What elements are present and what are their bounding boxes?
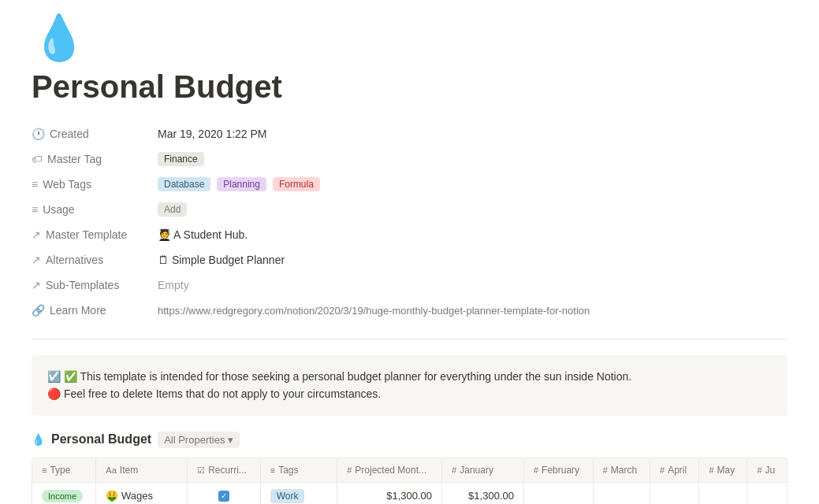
web-tags-value: Database Planning Formula: [158, 177, 787, 191]
col-april: #April: [650, 458, 699, 483]
type-cell: Income: [32, 482, 96, 504]
table-section-icon: 💧: [32, 433, 45, 446]
clock-icon: 🕐: [32, 128, 45, 140]
income-badge: Income: [42, 490, 83, 502]
projected-cell: $1,300.00: [337, 482, 442, 504]
view-label: All Properties: [164, 434, 225, 446]
alternatives-value[interactable]: 🗒 Simple Budget Planner: [158, 254, 787, 266]
col-february: #February: [523, 458, 593, 483]
list-icon: ≡: [32, 178, 38, 191]
page-title: Personal Budget: [32, 68, 787, 106]
sub-templates-arrow-icon: ↗: [32, 279, 41, 291]
march-cell: [593, 482, 650, 504]
item-cell[interactable]: 🤑 Wages: [96, 482, 188, 504]
master-tag-value: Finance: [158, 152, 787, 166]
sub-templates-row: ↗ Sub-Templates Empty: [32, 272, 787, 298]
web-tags-label: ≡ Web Tags: [32, 178, 158, 191]
budget-table: ≡Type AaItem ☑Recurri... ≡Tags #Projecte…: [32, 458, 787, 504]
planning-tag[interactable]: Planning: [217, 177, 266, 191]
tags-cell: Work: [260, 482, 337, 504]
checkbox-checked[interactable]: [218, 491, 229, 502]
alternatives-label: ↗ Alternatives: [32, 254, 158, 266]
divider: [32, 339, 787, 339]
page-icon: 💧: [32, 16, 787, 60]
col-may: #May: [699, 458, 747, 483]
add-usage-button[interactable]: Add: [158, 202, 187, 217]
link-icon: 🔗: [32, 304, 45, 317]
table-section-title: Personal Budget: [51, 432, 151, 447]
january-cell: $1,300.00: [442, 482, 524, 504]
usage-value: Add: [158, 202, 787, 217]
sub-templates-value: Empty: [158, 279, 787, 291]
table-section-header: 💧 Personal Budget All Properties ▾: [32, 432, 787, 448]
table-row: Income 🤑 Wages Work $1,300.00: [32, 482, 787, 504]
learn-more-row: 🔗 Learn More https://www.redgregory.com/…: [32, 298, 787, 323]
may-cell: [699, 482, 747, 504]
usage-row: ≡ Usage Add: [32, 197, 787, 222]
usage-label: ≡ Usage: [32, 203, 158, 216]
callout-box: ☑️ ✅ This template is intended for those…: [32, 355, 787, 416]
recurring-cell: [188, 482, 261, 504]
col-january: #January: [442, 458, 524, 483]
learn-more-link[interactable]: https://www.redgregory.com/notion/2020/3…: [158, 305, 590, 317]
tag-icon: 🏷: [32, 153, 43, 165]
formula-tag[interactable]: Formula: [273, 177, 320, 191]
created-row: 🕐 Created Mar 19, 2020 1:22 PM: [32, 121, 787, 146]
col-recurring: ☑Recurri...: [188, 458, 261, 483]
col-march: #March: [593, 458, 650, 483]
item-icon: 🤑: [106, 490, 118, 502]
master-template-label: ↗ Master Template: [32, 228, 158, 241]
june-cell: [747, 482, 787, 504]
arrow-up-right-icon: ↗: [32, 228, 41, 241]
learn-more-value: https://www.redgregory.com/notion/2020/3…: [158, 304, 787, 317]
february-cell: [523, 482, 593, 504]
callout-text-2: 🔴 Feel free to delete Items that do not …: [47, 385, 772, 402]
master-tag-row: 🏷 Master Tag Finance: [32, 146, 787, 172]
usage-icon: ≡: [32, 203, 38, 216]
sub-templates-label: ↗ Sub-Templates: [32, 279, 158, 291]
properties-section: 🕐 Created Mar 19, 2020 1:22 PM 🏷 Master …: [32, 121, 787, 323]
alternatives-row: ↗ Alternatives 🗒 Simple Budget Planner: [32, 247, 787, 272]
col-type: ≡Type: [32, 458, 96, 483]
master-template-row: ↗ Master Template 🧑‍🎓 A Student Hub.: [32, 222, 787, 247]
work-tag[interactable]: Work: [270, 489, 305, 503]
april-cell: [650, 482, 699, 504]
master-tag-label: 🏷 Master Tag: [32, 153, 158, 165]
created-value: Mar 19, 2020 1:22 PM: [158, 128, 787, 140]
database-tag[interactable]: Database: [158, 177, 210, 191]
learn-more-label: 🔗 Learn More: [32, 304, 158, 317]
table-header-row: ≡Type AaItem ☑Recurri... ≡Tags #Projecte…: [32, 458, 787, 483]
created-label: 🕐 Created: [32, 128, 158, 140]
alternatives-arrow-icon: ↗: [32, 254, 41, 266]
col-projected: #Projected Mont...: [337, 458, 442, 483]
col-june: #Ju: [747, 458, 787, 483]
view-toggle[interactable]: All Properties ▾: [158, 432, 240, 448]
chevron-down-icon: ▾: [228, 434, 233, 446]
col-item: AaItem: [96, 458, 188, 483]
web-tags-row: ≡ Web Tags Database Planning Formula: [32, 172, 787, 197]
callout-text-1: ☑️ ✅ This template is intended for those…: [47, 368, 772, 385]
finance-tag[interactable]: Finance: [158, 152, 204, 166]
col-tags: ≡Tags: [260, 458, 337, 483]
item-name: Wages: [121, 490, 153, 502]
master-template-value[interactable]: 🧑‍🎓 A Student Hub.: [158, 228, 787, 241]
